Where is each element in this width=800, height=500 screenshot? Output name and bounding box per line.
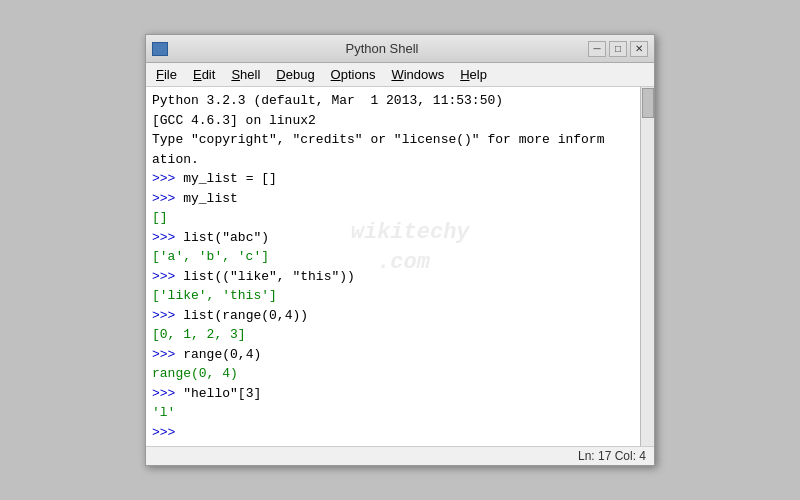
shell-line: Python 3.2.3 (default, Mar 1 2013, 11:53…: [152, 91, 648, 111]
menu-shell[interactable]: Shell: [225, 65, 266, 84]
scrollbar[interactable]: [640, 87, 654, 446]
menu-bar: File Edit Shell Debug Options Windows He…: [146, 63, 654, 87]
restore-button[interactable]: □: [609, 41, 627, 57]
status-bar: Ln: 17 Col: 4: [146, 446, 654, 465]
shell-line: >>> list("abc"): [152, 228, 648, 248]
shell-line: ['a', 'b', 'c']: [152, 247, 648, 267]
status-text: Ln: 17 Col: 4: [578, 449, 646, 463]
shell-prompt: >>>: [152, 423, 648, 443]
menu-debug[interactable]: Debug: [270, 65, 320, 84]
menu-help[interactable]: Help: [454, 65, 493, 84]
python-shell-window: Python Shell ─ □ ✕ File Edit Shell Debug…: [145, 34, 655, 466]
shell-line: [GCC 4.6.3] on linux2: [152, 111, 648, 131]
shell-line: >>> "hello"[3]: [152, 384, 648, 404]
shell-line: 'l': [152, 403, 648, 423]
window-icon: [152, 42, 168, 56]
shell-line: >>> my_list: [152, 189, 648, 209]
shell-line: ation.: [152, 150, 648, 170]
shell-line: ['like', 'this']: [152, 286, 648, 306]
shell-line: range(0, 4): [152, 364, 648, 384]
shell-line: [0, 1, 2, 3]: [152, 325, 648, 345]
shell-area[interactable]: Python 3.2.3 (default, Mar 1 2013, 11:53…: [146, 87, 654, 446]
shell-line: >>> range(0,4): [152, 345, 648, 365]
shell-line: >>> my_list = []: [152, 169, 648, 189]
shell-line: >>> list(range(0,4)): [152, 306, 648, 326]
menu-file[interactable]: File: [150, 65, 183, 84]
title-bar: Python Shell ─ □ ✕: [146, 35, 654, 63]
menu-windows[interactable]: Windows: [385, 65, 450, 84]
shell-content: Python 3.2.3 (default, Mar 1 2013, 11:53…: [152, 91, 648, 442]
shell-line: >>> list(("like", "this")): [152, 267, 648, 287]
close-button[interactable]: ✕: [630, 41, 648, 57]
scrollbar-thumb[interactable]: [642, 88, 654, 118]
menu-options[interactable]: Options: [325, 65, 382, 84]
window-title: Python Shell: [176, 41, 588, 56]
shell-line: []: [152, 208, 648, 228]
title-bar-buttons: ─ □ ✕: [588, 41, 648, 57]
shell-line: Type "copyright", "credits" or "license(…: [152, 130, 648, 150]
minimize-button[interactable]: ─: [588, 41, 606, 57]
menu-edit[interactable]: Edit: [187, 65, 221, 84]
